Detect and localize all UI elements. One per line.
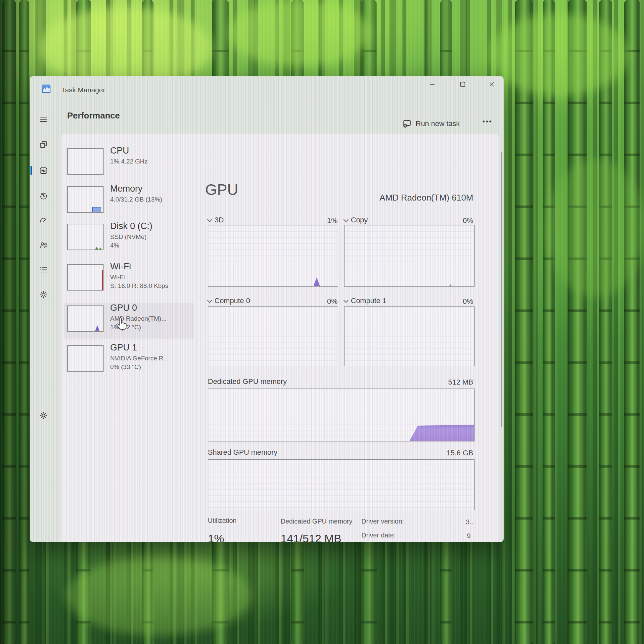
- bamboo-stalk: [568, 0, 587, 644]
- bamboo-stalk: [624, 0, 640, 644]
- run-new-task-icon: [402, 119, 412, 128]
- gpu0-sparkline-thumbnail: [67, 305, 104, 332]
- run-new-task-label: Run new task: [416, 119, 460, 128]
- perf-item-detail: 0% (33 °C): [110, 363, 193, 371]
- task-manager-window: Task Manager: [30, 76, 504, 542]
- engine-chart-header-copy[interactable]: Copy: [344, 216, 368, 224]
- window-title: Task Manager: [62, 86, 105, 94]
- perf-item-title: CPU: [110, 146, 193, 156]
- 3d-usage-spike: [313, 277, 320, 286]
- foliage-highlight: [66, 556, 252, 635]
- perf-item-gpu1[interactable]: GPU 1 NVIDIA GeForce R... 0% (33 °C): [64, 343, 194, 378]
- chevron-down-icon: [344, 298, 349, 303]
- dedicated-memory-scale: 512 MB: [448, 378, 473, 387]
- sidebar-item-processes[interactable]: [38, 139, 49, 150]
- dedicated-memory-chart: [208, 389, 475, 441]
- vertical-scrollbar[interactable]: [501, 152, 502, 427]
- memory-sparkline-thumbnail: [67, 186, 104, 213]
- hand-cursor: [114, 317, 128, 332]
- perf-item-disk0[interactable]: Disk 0 (C:) SSD (NVMe) 4%: [64, 221, 194, 257]
- driver-version-label: Driver version:: [361, 518, 404, 525]
- wifi-sparkline-thumbnail: [67, 264, 104, 291]
- driver-date-value: 9: [467, 532, 471, 540]
- perf-item-title: Wi-Fi: [110, 261, 193, 272]
- perf-item-cpu[interactable]: CPU 1% 4.22 GHz: [64, 146, 194, 181]
- run-new-task-button[interactable]: Run new task: [402, 117, 460, 130]
- shared-memory-label: Shared GPU memory: [208, 448, 277, 457]
- dedicated-memory-stat-value: 141/512 MB: [281, 532, 341, 542]
- sidebar-item-startup-apps[interactable]: [38, 215, 49, 226]
- engine-chart-value-copy: 0%: [459, 216, 473, 225]
- perf-item-title: Disk 0 (C:): [110, 221, 193, 231]
- menu-icon[interactable]: [38, 114, 49, 125]
- chevron-down-icon: [344, 217, 349, 222]
- photo-of-monitor: { "app": { "title": "Task Manager" }, "t…: [0, 0, 644, 644]
- dedicated-memory-usage-area: [409, 424, 474, 441]
- wifi-activity-line: [102, 270, 103, 290]
- cpu-sparkline-thumbnail: [67, 148, 104, 175]
- compute0-usage-chart: [208, 306, 338, 366]
- engine-chart-value-compute0: 0%: [324, 297, 338, 306]
- shared-memory-scale: 15.6 GB: [446, 449, 473, 457]
- dedicated-memory-stat-label: Dedicated GPU memory: [281, 518, 352, 525]
- engine-chart-header-compute0[interactable]: Compute 0: [208, 297, 250, 305]
- sidebar-item-services[interactable]: [38, 289, 49, 300]
- utilization-value: 1%: [208, 532, 224, 542]
- foliage-highlight: [490, 13, 629, 96]
- gpu-panel-title: GPU: [205, 181, 238, 199]
- task-manager-app-icon: [42, 84, 51, 93]
- perf-item-title: Memory: [110, 184, 193, 194]
- selected-tab-indicator: [30, 166, 32, 175]
- copy-usage-chart: [344, 225, 475, 287]
- bamboo-stalk: [515, 0, 533, 644]
- copy-usage-tick: [449, 284, 452, 286]
- 3d-usage-chart: [208, 225, 338, 287]
- perf-item-detail: 4%: [110, 241, 193, 250]
- perf-item-detail: S: 16.0 R: 88.0 Kbps: [110, 282, 193, 290]
- chevron-down-icon: [207, 217, 212, 222]
- settings-gear-icon[interactable]: [38, 410, 49, 421]
- close-button[interactable]: [483, 77, 500, 91]
- sidebar-item-performance[interactable]: [38, 165, 49, 176]
- chevron-down-icon: [207, 298, 212, 303]
- disk-sparkline-thumbnail: [67, 224, 104, 250]
- driver-version-value: 3..: [466, 518, 473, 526]
- perf-item-gpu0[interactable]: GPU 0 AMD Radeon(TM)... 1% (42 °C): [64, 303, 194, 339]
- gpu1-sparkline-thumbnail: [67, 345, 104, 372]
- maximize-button[interactable]: [454, 77, 471, 91]
- engine-chart-value-3d: 1%: [324, 216, 338, 225]
- see-more-button[interactable]: •••: [483, 118, 492, 125]
- utilization-label: Utilization: [208, 517, 237, 525]
- disk-activity-spike: [95, 247, 98, 250]
- minimize-button[interactable]: [424, 77, 441, 91]
- perf-item-detail: 4.0/31.2 GB (13%): [110, 195, 193, 204]
- gpu-device-name: AMD Radeon(TM) 610M: [380, 193, 473, 203]
- gpu0-usage-spike: [95, 325, 100, 331]
- page-title: Performance: [67, 111, 120, 121]
- compute1-usage-chart: [344, 306, 475, 366]
- engine-chart-header-3d[interactable]: 3D: [208, 216, 224, 224]
- sidebar-item-details[interactable]: [38, 264, 49, 275]
- bamboo-stalk: [599, 0, 612, 644]
- engine-chart-header-compute1[interactable]: Compute 1: [344, 297, 387, 305]
- engine-chart-value-compute1: 0%: [459, 297, 473, 306]
- perf-item-title: GPU 1: [110, 343, 193, 353]
- perf-item-detail: Wi-Fi: [110, 273, 193, 282]
- sidebar-item-users[interactable]: [38, 239, 49, 251]
- bamboo-stalk: [543, 0, 555, 644]
- memory-usage-fill: [92, 207, 101, 212]
- engine-chart-label: 3D: [214, 216, 224, 224]
- foliage-highlight: [228, 0, 371, 66]
- sidebar-item-app-history[interactable]: [38, 190, 49, 202]
- perf-item-detail: SSD (NVMe): [110, 233, 193, 241]
- foliage-highlight: [546, 159, 644, 298]
- perf-item-detail: NVIDIA GeForce R...: [110, 354, 193, 363]
- perf-item-memory[interactable]: Memory 4.0/31.2 GB (13%): [64, 184, 194, 219]
- perf-item-wifi[interactable]: Wi-Fi Wi-Fi S: 16.0 R: 88.0 Kbps: [64, 261, 194, 297]
- perf-item-title: GPU 0: [110, 303, 193, 313]
- perf-item-detail: 1% 4.22 GHz: [110, 157, 193, 166]
- shared-memory-chart: [208, 459, 475, 510]
- driver-date-label: Driver date:: [361, 531, 395, 539]
- engine-chart-label: Copy: [351, 216, 368, 224]
- engine-chart-label: Compute 1: [351, 297, 387, 305]
